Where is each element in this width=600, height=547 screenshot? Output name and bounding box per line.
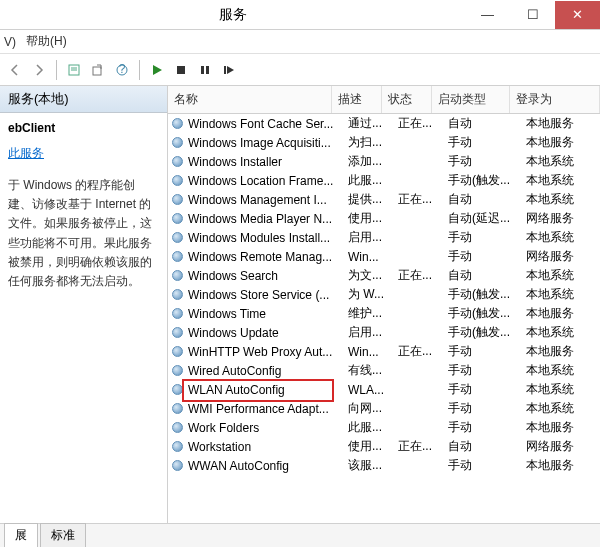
cell-desc: 通过... [348, 115, 398, 132]
menu-view[interactable]: V) [4, 35, 16, 49]
cell-desc: Win... [348, 250, 398, 264]
table-row[interactable]: WinHTTP Web Proxy Aut...Win...正在...手动本地服… [168, 342, 600, 361]
separator [139, 60, 140, 80]
cell-desc: 维护... [348, 305, 398, 322]
cell-logon: 本地系统 [526, 381, 600, 398]
svg-rect-7 [201, 66, 204, 74]
col-logon[interactable]: 登录为 [510, 86, 600, 113]
left-panel: 服务(本地) ebClient 此服务 于 Windows 的程序能创建、访修改… [0, 86, 168, 523]
maximize-button[interactable]: ☐ [510, 1, 555, 29]
table-row[interactable]: Windows Font Cache Ser...通过...正在...自动本地服… [168, 114, 600, 133]
cell-startup: 手动(触发... [448, 172, 526, 189]
cell-logon: 本地系统 [526, 362, 600, 379]
service-action-link[interactable]: 此服务 [8, 146, 44, 160]
service-icon [170, 250, 184, 264]
cell-startup: 手动(触发... [448, 324, 526, 341]
cell-desc: 此服... [348, 172, 398, 189]
service-icon [170, 155, 184, 169]
col-status[interactable]: 状态 [382, 86, 432, 113]
service-icon [170, 136, 184, 150]
cell-logon: 网络服务 [526, 248, 600, 265]
table-row[interactable]: Windows Search为文...正在...自动本地系统 [168, 266, 600, 285]
table-row[interactable]: Windows Image Acquisiti...为扫...手动本地服务 [168, 133, 600, 152]
cell-name: Windows Installer [188, 155, 348, 169]
cell-desc: 启用... [348, 229, 398, 246]
cell-startup: 自动(延迟... [448, 210, 526, 227]
cell-name: Windows Time [188, 307, 348, 321]
table-row[interactable]: Windows Installer添加...手动本地系统 [168, 152, 600, 171]
cell-status: 正在... [398, 343, 448, 360]
cell-name: Windows Management I... [188, 193, 348, 207]
service-icon [170, 231, 184, 245]
cell-status: 正在... [398, 438, 448, 455]
cell-name: Windows Update [188, 326, 348, 340]
table-row[interactable]: WMI Performance Adapt...向网...手动本地系统 [168, 399, 600, 418]
titlebar: 服务 — ☐ ✕ [0, 0, 600, 30]
table-row[interactable]: WWAN AutoConfig该服...手动本地服务 [168, 456, 600, 475]
cell-startup: 手动 [448, 343, 526, 360]
service-icon [170, 269, 184, 283]
cell-desc: Win... [348, 345, 398, 359]
export-icon[interactable] [87, 59, 109, 81]
properties-icon[interactable] [63, 59, 85, 81]
cell-name: WinHTTP Web Proxy Aut... [188, 345, 348, 359]
close-button[interactable]: ✕ [555, 1, 600, 29]
window-title: 服务 [0, 6, 465, 24]
col-name[interactable]: 名称 [168, 86, 332, 113]
table-row[interactable]: Windows Management I...提供...正在...自动本地系统 [168, 190, 600, 209]
service-icon [170, 345, 184, 359]
table-row[interactable]: WLAN AutoConfigWLA...手动本地系统 [168, 380, 600, 399]
cell-desc: 启用... [348, 324, 398, 341]
selected-service-name: ebClient [8, 121, 159, 135]
nav-back-icon[interactable] [4, 59, 26, 81]
cell-startup: 手动 [448, 153, 526, 170]
cell-startup: 自动 [448, 115, 526, 132]
service-description: 于 Windows 的程序能创建、访修改基于 Internet 的文件。如果服务… [8, 176, 159, 291]
table-row[interactable]: Windows Location Frame...此服...手动(触发...本地… [168, 171, 600, 190]
cell-status: 正在... [398, 191, 448, 208]
col-desc[interactable]: 描述 [332, 86, 382, 113]
cell-name: Windows Remote Manag... [188, 250, 348, 264]
cell-desc: 向网... [348, 400, 398, 417]
menubar: V) 帮助(H) [0, 30, 600, 54]
minimize-button[interactable]: — [465, 1, 510, 29]
col-startup[interactable]: 启动类型 [432, 86, 510, 113]
cell-name: Work Folders [188, 421, 348, 435]
service-icon [170, 402, 184, 416]
cell-desc: 使用... [348, 438, 398, 455]
cell-name: Windows Store Service (... [188, 288, 348, 302]
cell-startup: 手动 [448, 381, 526, 398]
bottom-tabs: 展 标准 [0, 523, 600, 547]
restart-icon[interactable] [218, 59, 240, 81]
table-row[interactable]: Windows Update启用...手动(触发...本地系统 [168, 323, 600, 342]
table-row[interactable]: Windows Store Service (...为 W...手动(触发...… [168, 285, 600, 304]
tab-standard[interactable]: 标准 [40, 523, 86, 547]
cell-logon: 本地服务 [526, 134, 600, 151]
table-row[interactable]: Wired AutoConfig有线...手动本地系统 [168, 361, 600, 380]
service-icon [170, 440, 184, 454]
nav-fwd-icon[interactable] [28, 59, 50, 81]
table-body[interactable]: Windows Font Cache Ser...通过...正在...自动本地服… [168, 114, 600, 523]
start-icon[interactable] [146, 59, 168, 81]
stop-icon[interactable] [170, 59, 192, 81]
table-row[interactable]: Work Folders此服...手动本地服务 [168, 418, 600, 437]
cell-logon: 本地系统 [526, 400, 600, 417]
service-icon [170, 421, 184, 435]
cell-logon: 本地系统 [526, 324, 600, 341]
menu-help[interactable]: 帮助(H) [26, 33, 67, 50]
cell-name: Windows Font Cache Ser... [188, 117, 348, 131]
table-row[interactable]: Windows Media Player N...使用...自动(延迟...网络… [168, 209, 600, 228]
table-row[interactable]: Windows Time维护...手动(触发...本地服务 [168, 304, 600, 323]
cell-logon: 本地系统 [526, 153, 600, 170]
tab-extended[interactable]: 展 [4, 523, 38, 547]
help-icon[interactable]: ? [111, 59, 133, 81]
pause-icon[interactable] [194, 59, 216, 81]
table-row[interactable]: Workstation使用...正在...自动网络服务 [168, 437, 600, 456]
service-icon [170, 383, 184, 397]
cell-startup: 自动 [448, 438, 526, 455]
cell-desc: 有线... [348, 362, 398, 379]
cell-startup: 自动 [448, 267, 526, 284]
cell-logon: 本地系统 [526, 229, 600, 246]
table-row[interactable]: Windows Modules Install...启用...手动本地系统 [168, 228, 600, 247]
table-row[interactable]: Windows Remote Manag...Win...手动网络服务 [168, 247, 600, 266]
